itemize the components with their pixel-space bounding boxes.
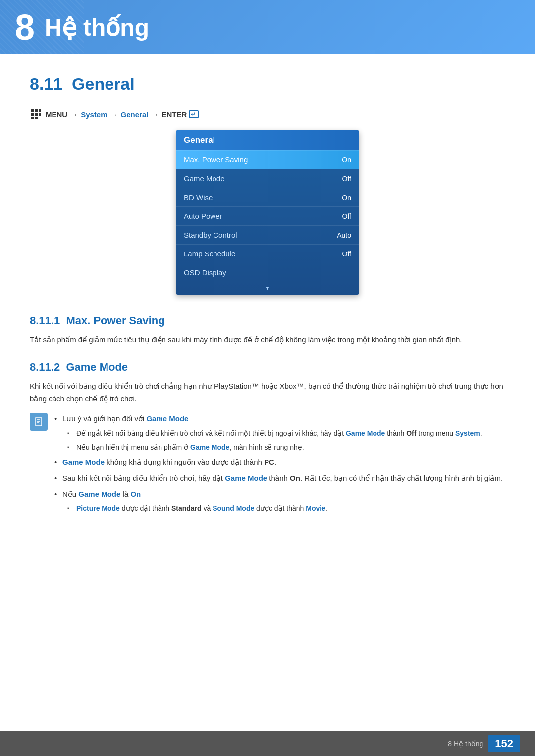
menu-item-game-mode[interactable]: Game Mode Off bbox=[176, 169, 359, 188]
scroll-down-icon: ▼ bbox=[265, 285, 270, 292]
note-item-3: Sau khi kết nối bảng điều khiển trò chơi… bbox=[54, 472, 505, 484]
menu-item-label: Max. Power Saving bbox=[184, 155, 248, 164]
sub-note-1: Để ngắt kết nối bảng điều khiển trò chơi… bbox=[67, 428, 505, 439]
svg-rect-0 bbox=[31, 109, 34, 112]
menu-item-value: Off bbox=[342, 175, 351, 183]
footer: 8 Hệ thống 152 bbox=[0, 731, 535, 756]
nav-system: System bbox=[81, 110, 107, 119]
subsection-2-intro: Khi kết nối với bảng điều khiển trò chơi… bbox=[30, 380, 505, 405]
menu-item-label: Standby Control bbox=[184, 231, 237, 239]
subsection-max-power-saving: 8.11.1 Max. Power Saving Tắt sản phẩm để… bbox=[30, 314, 505, 346]
chapter-title: Hệ thống bbox=[45, 13, 149, 41]
menu-item-osd-display[interactable]: OSD Display bbox=[176, 263, 359, 282]
menu-item-label: OSD Display bbox=[184, 268, 226, 277]
menu-item-label: Auto Power bbox=[184, 212, 222, 220]
svg-rect-7 bbox=[35, 117, 38, 119]
menu-item-standby-control[interactable]: Standby Control Auto bbox=[176, 225, 359, 244]
menu-item-value: Auto bbox=[337, 231, 351, 239]
menu-item-value: Off bbox=[342, 250, 351, 258]
main-content: 8.11 General MENU → System → General → E… bbox=[0, 54, 535, 553]
svg-rect-5 bbox=[39, 113, 41, 116]
note-item-2: Game Mode không khả dụng khi nguồn vào đ… bbox=[54, 456, 505, 468]
menu-panel: General Max. Power Saving On Game Mode O… bbox=[176, 130, 359, 295]
menu-panel-header: General bbox=[176, 130, 359, 150]
notes-list: Lưu ý và giới hạn đối với Game Mode Để n… bbox=[54, 413, 505, 518]
header-banner: 8 Hệ thống bbox=[0, 0, 535, 54]
menu-footer: ▼ bbox=[176, 282, 359, 295]
sub-note-2: Nếu bạn hiển thị menu sản phẩm ở Game Mo… bbox=[67, 442, 505, 453]
notes-box: Lưu ý và giới hạn đối với Game Mode Để n… bbox=[30, 413, 505, 518]
menu-icon bbox=[30, 108, 42, 120]
menu-item-label: Game Mode bbox=[184, 174, 225, 183]
menu-container: General Max. Power Saving On Game Mode O… bbox=[30, 130, 505, 295]
nav-arrow-3: → bbox=[151, 110, 159, 119]
note-icon bbox=[30, 413, 48, 431]
svg-rect-4 bbox=[35, 113, 38, 116]
menu-item-bd-wise[interactable]: BD Wise On bbox=[176, 188, 359, 206]
note-item-4: Nếu Game Mode là On Picture Mode được đặ… bbox=[54, 488, 505, 514]
chapter-number: 8 bbox=[15, 9, 35, 45]
enter-icon bbox=[189, 110, 199, 118]
svg-rect-2 bbox=[39, 109, 41, 112]
menu-item-lamp-schedule[interactable]: Lamp Schedule Off bbox=[176, 244, 359, 263]
note-item-1: Lưu ý và giới hạn đối với Game Mode Để n… bbox=[54, 413, 505, 453]
menu-item-value: On bbox=[342, 194, 351, 202]
menu-item-label: Lamp Schedule bbox=[184, 250, 235, 258]
svg-rect-6 bbox=[31, 117, 34, 119]
subsection-1-text: Tắt sản phẩm để giảm mức tiêu thụ điện s… bbox=[30, 333, 505, 346]
menu-item-value: Off bbox=[342, 212, 351, 220]
nav-enter-label: ENTER bbox=[161, 110, 187, 119]
svg-rect-1 bbox=[35, 109, 38, 112]
subsection-game-mode: 8.11.2 Game Mode Khi kết nối với bảng đi… bbox=[30, 361, 505, 518]
nav-arrow-1: → bbox=[70, 110, 78, 119]
nav-general: General bbox=[121, 110, 149, 119]
nav-path: MENU → System → General → ENTER bbox=[30, 108, 505, 120]
menu-label: MENU bbox=[46, 110, 67, 119]
sub-note-4-1: Picture Mode được đặt thành Standard và … bbox=[67, 503, 505, 514]
subsection-1-title: 8.11.1 Max. Power Saving bbox=[30, 314, 505, 327]
svg-rect-3 bbox=[31, 113, 34, 116]
menu-item-label: BD Wise bbox=[184, 193, 213, 202]
footer-page-number: 152 bbox=[488, 735, 520, 752]
subsection-2-title: 8.11.2 Game Mode bbox=[30, 361, 505, 374]
nav-arrow-2: → bbox=[110, 110, 118, 119]
sub-note-4-list: Picture Mode được đặt thành Standard và … bbox=[67, 503, 505, 514]
menu-item-max-power-saving[interactable]: Max. Power Saving On bbox=[176, 150, 359, 169]
sub-notes-list: Để ngắt kết nối bảng điều khiển trò chơi… bbox=[67, 428, 505, 453]
footer-section-label: 8 Hệ thống bbox=[448, 740, 483, 748]
section-title: 8.11 General bbox=[30, 74, 505, 94]
menu-item-auto-power[interactable]: Auto Power Off bbox=[176, 206, 359, 225]
menu-item-value: On bbox=[342, 156, 351, 164]
